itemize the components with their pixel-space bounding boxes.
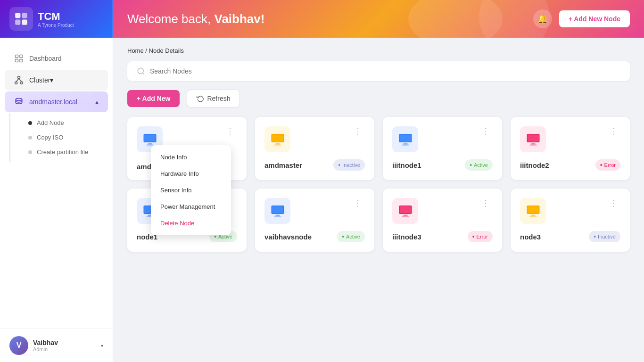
search-bar <box>127 61 630 81</box>
svg-point-13 <box>16 99 22 101</box>
add-new-label: + Add New <box>137 95 170 102</box>
node-name-7: iiitnode3 <box>392 233 421 241</box>
node-card-header-3: ⋮ <box>392 126 493 152</box>
main-content: Welcome back, Vaibhav! 🔔 + Add New Node … <box>113 0 644 362</box>
svg-rect-47 <box>528 206 539 213</box>
context-menu-delete-node[interactable]: Delete Node <box>151 215 231 231</box>
monitor-icon-7 <box>397 203 414 220</box>
dashboard-icon <box>14 54 24 63</box>
node-card-amd: ⋮ amd... Node Info Hardware Info Sensor … <box>127 117 247 180</box>
amdmaster-label: amdmaster.local <box>29 98 77 106</box>
sidebar-item-dashboard[interactable]: Dashboard <box>5 48 108 69</box>
user-role: Admin <box>33 346 98 352</box>
svg-rect-46 <box>529 216 537 217</box>
logo-subtitle: A Tyrone Product <box>38 23 74 28</box>
status-badge-3: Active <box>465 159 493 171</box>
logo-box <box>9 7 33 31</box>
subnav-line <box>9 113 10 162</box>
node-menu-button-1[interactable]: ⋮ <box>223 126 237 137</box>
node-card-iiitnode1: ⋮ iiitnode1 Active <box>383 117 502 180</box>
svg-rect-19 <box>144 134 156 141</box>
header: Welcome back, Vaibhav! 🔔 + Add New Node <box>113 0 644 38</box>
user-dropdown-arrow-icon[interactable]: ▾ <box>101 343 103 348</box>
svg-rect-45 <box>531 214 535 216</box>
sidebar-item-amdmaster[interactable]: amdmaster.local ▴ <box>5 91 108 112</box>
user-name: Vaibhav <box>33 339 98 346</box>
svg-rect-6 <box>16 59 18 62</box>
welcome-text: Welcome back, <box>127 12 214 26</box>
svg-rect-37 <box>275 214 280 216</box>
monitor-icon-2 <box>269 131 286 148</box>
nodes-grid: ⋮ amd... Node Info Hardware Info Sensor … <box>127 117 630 252</box>
search-input[interactable] <box>150 67 620 75</box>
sidebar-footer: V Vaibhav Admin ▾ <box>0 329 113 362</box>
node-menu-button-8[interactable]: ⋮ <box>606 198 620 208</box>
svg-rect-29 <box>531 143 535 144</box>
node-menu-button-7[interactable]: ⋮ <box>479 198 493 208</box>
node-card-iiitnode3: ⋮ iiitnode3 Error <box>383 189 502 252</box>
search-icon <box>137 67 145 75</box>
toolbar: + Add New Refresh <box>127 90 630 107</box>
node-icon-2 <box>264 126 290 152</box>
svg-rect-7 <box>20 59 23 62</box>
svg-rect-21 <box>275 143 280 144</box>
monitor-icon-3 <box>397 131 414 148</box>
sidebar-nav: Dashboard Cluster ▾ amdmaster.local ▴ <box>0 38 113 329</box>
status-badge-8: Inactive <box>589 231 620 242</box>
context-menu-hardware-info[interactable]: Hardware Info <box>151 165 231 182</box>
context-menu-sensor-info[interactable]: Sensor Info <box>151 182 231 198</box>
svg-rect-38 <box>274 216 281 217</box>
svg-rect-26 <box>402 144 409 145</box>
svg-rect-18 <box>146 144 153 145</box>
svg-rect-23 <box>272 134 283 141</box>
node-card-header-2: ⋮ <box>264 126 365 152</box>
node-card-footer-2: amdmaster Inactive <box>264 159 365 171</box>
user-info: Vaibhav Admin <box>33 339 98 352</box>
node-card-node3: ⋮ node3 Inactive <box>511 189 630 252</box>
node-card-footer-4: iiitnode2 Error <box>520 159 620 171</box>
subnav-item-create-partition[interactable]: Create partition file <box>19 145 113 159</box>
node-icon-3 <box>392 126 418 152</box>
node-name-8: node3 <box>520 233 541 241</box>
context-menu-power-mgmt[interactable]: Power Management <box>151 198 231 215</box>
svg-rect-1 <box>22 13 27 18</box>
logo-title: TCM <box>38 10 74 23</box>
svg-rect-2 <box>15 20 20 25</box>
status-badge-2: Inactive <box>333 159 365 171</box>
monitor-icon-8 <box>525 203 542 220</box>
sidebar: TCM A Tyrone Product Dashboard Clus <box>0 0 113 362</box>
svg-point-9 <box>15 82 17 84</box>
sidebar-item-cluster[interactable]: Cluster ▾ <box>5 70 108 90</box>
logo-icon <box>14 11 29 26</box>
refresh-button[interactable]: Refresh <box>187 90 240 107</box>
refresh-icon <box>197 95 204 102</box>
breadcrumb-home[interactable]: Home <box>127 47 144 54</box>
notification-button[interactable]: 🔔 <box>533 9 552 28</box>
node-name-6: vaibhavsnode <box>264 233 312 241</box>
node-name-4: iiitnode2 <box>520 161 549 169</box>
svg-rect-0 <box>15 13 20 18</box>
header-title: Welcome back, Vaibhav! <box>127 12 264 26</box>
node-menu-button-3[interactable]: ⋮ <box>479 126 493 137</box>
subnav-item-copy-iso[interactable]: Copy ISO <box>19 130 113 145</box>
node-menu-button-2[interactable]: ⋮ <box>351 126 365 137</box>
svg-point-14 <box>138 68 143 74</box>
svg-rect-25 <box>403 143 407 144</box>
subnav-item-add-node[interactable]: Add Node <box>19 115 113 130</box>
status-badge-4: Error <box>595 159 620 171</box>
add-new-node-button[interactable]: + Add New Node <box>559 10 630 27</box>
svg-rect-43 <box>400 206 411 213</box>
svg-line-15 <box>142 73 144 74</box>
node-menu-button-4[interactable]: ⋮ <box>606 126 620 137</box>
node-name-2: amdmaster <box>264 161 302 169</box>
monitor-icon-4 <box>525 131 542 148</box>
svg-rect-22 <box>274 144 281 145</box>
context-menu-node-info[interactable]: Node Info <box>151 149 231 165</box>
node-menu-button-6[interactable]: ⋮ <box>351 198 365 208</box>
svg-rect-41 <box>403 214 407 216</box>
svg-rect-3 <box>22 20 27 25</box>
svg-rect-17 <box>148 143 152 144</box>
add-new-button[interactable]: + Add New <box>127 90 180 107</box>
subnav: Add Node Copy ISO Create partition file <box>0 113 113 162</box>
node-icon-4 <box>520 126 546 152</box>
